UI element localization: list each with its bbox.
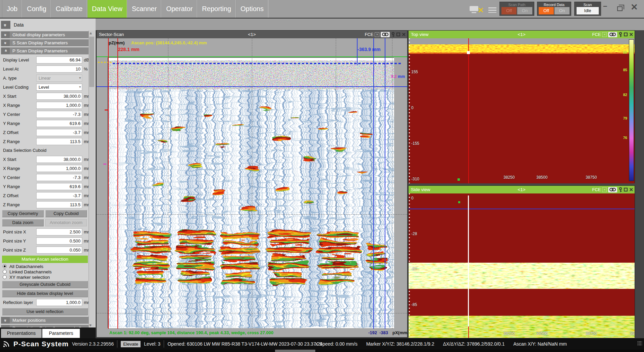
cuboid-y-range-input[interactable]: 619.6 bbox=[36, 183, 82, 190]
copy-cuboid-button[interactable]: Copy Cuboid bbox=[45, 210, 87, 217]
cuboid-x-start-input[interactable]: 38,000.0 bbox=[36, 156, 82, 163]
use-weld-reflection-button[interactable]: Use weld reflection bbox=[2, 308, 88, 315]
close-view-icon[interactable]: ✕ bbox=[629, 32, 633, 37]
link-views-icon[interactable] bbox=[608, 32, 617, 37]
white-marker-vline[interactable] bbox=[468, 195, 469, 326]
blue-marker-vline[interactable] bbox=[385, 38, 385, 329]
menu-tab-operator[interactable]: Operator bbox=[161, 0, 197, 18]
maximize-icon[interactable] bbox=[624, 188, 628, 191]
tab-presentations[interactable]: Presentations bbox=[1, 329, 42, 338]
section-sscan-display[interactable]: » S Scan Display Parameters bbox=[1, 39, 89, 46]
side-view-bottom-band bbox=[409, 316, 635, 338]
record-data-off-button[interactable]: Off bbox=[539, 7, 554, 14]
menu-tab-scanner[interactable]: Scanner bbox=[127, 0, 162, 18]
menu-tab-reporting[interactable]: Reporting bbox=[197, 0, 236, 18]
scroll-down-icon[interactable]: » bbox=[88, 324, 93, 326]
top-view-canvas[interactable]: 1550-155-310 382503850038750 8685827976 bbox=[409, 38, 635, 183]
scan-path-off-button[interactable]: Off bbox=[501, 7, 517, 14]
radio-icon[interactable] bbox=[3, 270, 7, 274]
pscan-x-range-input[interactable]: 1,000.0 bbox=[36, 102, 82, 109]
hide-data-below-level-button[interactable]: Hide data below display level bbox=[2, 290, 88, 297]
data-panel-header[interactable]: » Data bbox=[1, 20, 88, 29]
key-icon[interactable] bbox=[619, 32, 623, 37]
key-icon[interactable] bbox=[391, 32, 395, 37]
pscan-z-range-input[interactable]: 113.5 bbox=[36, 138, 82, 145]
link-views-icon[interactable] bbox=[608, 187, 617, 192]
pscan-display-level-input[interactable]: 66.94 bbox=[36, 56, 82, 63]
pscan-x-start-input[interactable]: 38,000.0 bbox=[36, 93, 82, 100]
pscan-a-type-select[interactable]: Linear▾ bbox=[36, 75, 82, 82]
pscan-y-center-input[interactable]: -7.3 bbox=[36, 111, 82, 118]
pscan-z-offset-input[interactable]: -3.7 bbox=[36, 129, 82, 136]
red-crosshair-vline[interactable] bbox=[468, 38, 469, 183]
pscan-level-coding-select[interactable]: Level▾ bbox=[36, 84, 82, 91]
record-data-on-button[interactable]: On bbox=[554, 7, 570, 14]
red-marker-vline[interactable] bbox=[117, 38, 118, 329]
stamp-icon[interactable]: ✕ bbox=[602, 32, 607, 37]
menu-tab-data-view[interactable]: Data View bbox=[87, 0, 127, 18]
section-marker-positions[interactable]: » Marker positions bbox=[1, 317, 89, 324]
section-global-display[interactable]: » Global display parameters bbox=[1, 31, 89, 38]
px-tick-label: -383 bbox=[379, 330, 388, 335]
level-text: Level: 3 bbox=[144, 341, 160, 347]
maximize-icon[interactable] bbox=[624, 33, 628, 36]
minimize-button[interactable]: – bbox=[603, 2, 607, 10]
radio-all-datachannels[interactable]: All Datachannels bbox=[1, 264, 89, 269]
pscan-y-range-input[interactable]: 619.6 bbox=[36, 120, 82, 127]
scrollbar-thumb[interactable] bbox=[89, 37, 94, 87]
scroll-up-icon[interactable]: » bbox=[88, 33, 93, 35]
tab-parameters[interactable]: Parameters bbox=[42, 329, 80, 338]
menu-tab-job[interactable]: Job bbox=[2, 0, 22, 18]
grid-vline bbox=[168, 38, 168, 329]
red-crosshair-hline[interactable] bbox=[409, 53, 635, 53]
radio-icon[interactable] bbox=[3, 275, 7, 279]
maximize-icon[interactable] bbox=[396, 33, 400, 36]
side-view-canvas[interactable]: 0-28-57-85 38250385003875039 bbox=[409, 193, 635, 338]
restore-button[interactable] bbox=[617, 6, 623, 11]
radio-xy-marker-selection[interactable]: XY marker selection bbox=[1, 274, 89, 280]
scan-path-on-button[interactable]: On bbox=[517, 7, 532, 14]
reflection-reflection-layer-input[interactable]: 1,000.0 bbox=[36, 299, 82, 306]
cuboid-y-center-input[interactable]: -7.3 bbox=[36, 174, 82, 181]
link-views-icon[interactable] bbox=[381, 32, 390, 37]
cuboid-row-x-range: X Range1,000.0mm bbox=[1, 164, 89, 173]
blue-marker-vline[interactable] bbox=[373, 38, 374, 329]
stamp-icon[interactable]: ✕ bbox=[375, 32, 379, 37]
sector-scan-image[interactable] bbox=[108, 57, 394, 328]
menu-tab-options[interactable]: Options bbox=[236, 0, 268, 18]
elevate-button[interactable]: Elevate bbox=[121, 341, 141, 347]
cuboid-z-offset-input[interactable]: -3.7 bbox=[36, 192, 82, 199]
pointsize-point-size-y-input[interactable]: 0.500 bbox=[36, 237, 82, 245]
radio-linked-datachannels[interactable]: Linked Datachannels bbox=[1, 269, 89, 274]
red-marker-vline[interactable] bbox=[468, 326, 469, 338]
grid-hline bbox=[97, 214, 407, 215]
top-view-y-tick-label: 0 bbox=[411, 105, 414, 110]
close-view-icon[interactable]: ✕ bbox=[629, 187, 633, 192]
copy-geometry-button[interactable]: Copy Geometry bbox=[2, 210, 44, 217]
section-pscan-display[interactable]: » P Scan Display Parameters bbox=[1, 47, 89, 54]
blue-gate-hline[interactable] bbox=[409, 209, 635, 209]
opened-file-text: Opened: 630106 LW MW R85-R38 T3-V174-LW-… bbox=[167, 341, 322, 347]
radio-icon[interactable] bbox=[3, 264, 7, 268]
annotation-zoom-button[interactable]: Annotation zoom bbox=[45, 219, 87, 226]
key-icon[interactable] bbox=[619, 187, 623, 192]
menu-tab-calibrate[interactable]: Calibrate bbox=[51, 0, 87, 18]
stamp-icon[interactable]: ✕ bbox=[602, 187, 607, 192]
data-zoom-button[interactable]: Data zoom bbox=[2, 219, 44, 226]
sector-scan-canvas[interactable]: pZ(mm) Ascan pos: (38144.4,245.0,-42.4) … bbox=[97, 38, 407, 337]
cuboid-z-range-input[interactable]: 113.5 bbox=[36, 201, 82, 208]
cuboid-x-range-input[interactable]: 1,000.0 bbox=[36, 165, 82, 172]
close-view-icon[interactable]: ✕ bbox=[401, 32, 406, 37]
pscan-level-at-input[interactable]: 10 bbox=[36, 65, 82, 73]
close-button[interactable]: ✕ bbox=[631, 3, 638, 11]
grid-vline bbox=[392, 38, 392, 329]
sidebar-scrollbar[interactable]: » » bbox=[89, 31, 95, 329]
menu-tab-config[interactable]: Config bbox=[22, 0, 51, 18]
greyscale-outside-cuboid-button[interactable]: Greyscale Outside Cuboid bbox=[2, 281, 88, 288]
marker-ascan-selection-button[interactable]: Marker Ascan selection bbox=[2, 256, 88, 263]
resize-grip[interactable] bbox=[637, 341, 642, 346]
pointsize-point-size-x-input[interactable]: 2.500 bbox=[36, 228, 82, 235]
pointsize-point-size-z-input[interactable]: 0.050 bbox=[36, 247, 82, 254]
red-marker-vline[interactable] bbox=[108, 38, 109, 329]
collapse-data-icon[interactable]: » bbox=[1, 21, 10, 29]
